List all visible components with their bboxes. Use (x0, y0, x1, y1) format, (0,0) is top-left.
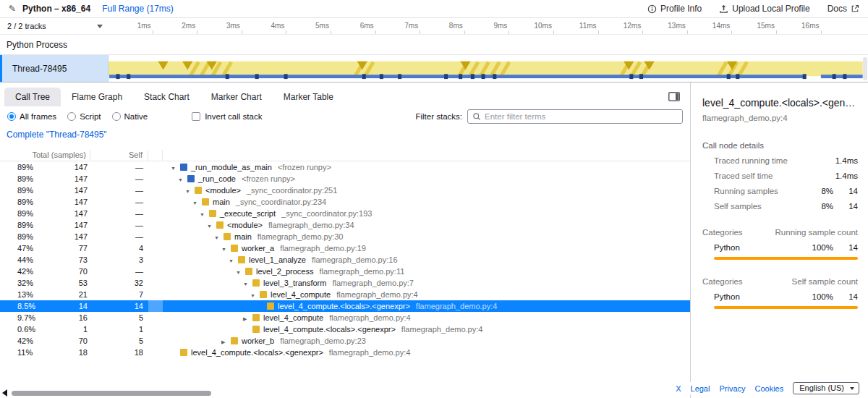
ruler-tick: 4ms (242, 18, 287, 34)
table-row[interactable]: 47%774▼worker_aflamegraph_demo.py:19 (0, 242, 690, 254)
table-row[interactable]: 42%705▶worker_bflamegraph_demo.py:23 (0, 335, 690, 347)
invert-call-stack-checkbox[interactable]: Invert call stack (192, 112, 262, 121)
footer: XLegalPrivacyCookies English (US) (676, 382, 859, 394)
thread-activity-graph[interactable] (109, 55, 868, 82)
main-area: Call TreeFlame GraphStack ChartMarker Ch… (0, 82, 868, 398)
expander-collapsed-icon[interactable]: ▶ (221, 336, 231, 347)
footer-link-legal[interactable]: Legal (691, 384, 710, 393)
table-row[interactable]: 89%147—▼_execute_script_sync_coordinator… (0, 208, 690, 219)
footer-link-x[interactable]: X (676, 384, 681, 393)
tab-call-tree[interactable]: Call Tree (4, 88, 61, 106)
ruler-tick-label: 4ms (271, 18, 284, 34)
category-square-icon (252, 326, 260, 333)
col-gap-header (148, 150, 163, 161)
col-tree-header (163, 150, 690, 161)
radio-all-frames[interactable]: All frames (7, 112, 56, 121)
expander-collapsed-icon[interactable]: ▶ (243, 313, 252, 323)
table-row[interactable]: 89%147—▼mainflamegraph_demo.py:30 (0, 231, 690, 242)
sidebar-detail-row: Traced running time1.4ms (702, 156, 858, 165)
edit-profile-name-icon[interactable]: ✎ (9, 4, 16, 14)
expander-expanded-icon[interactable]: ▼ (221, 244, 231, 254)
radio-native[interactable]: Native (112, 112, 148, 121)
ruler-tick-label: 15ms (757, 18, 774, 34)
table-row[interactable]: 89%147—▼<module>flamegraph_demo.py:34 (0, 219, 690, 231)
table-row[interactable]: 89%147—▼main_sync_coordinator.py:234 (0, 196, 690, 208)
upload-profile-button[interactable]: Upload Local Profile (719, 4, 809, 14)
ruler-tick: 6ms (331, 18, 376, 34)
footer-link-privacy[interactable]: Privacy (719, 384, 745, 393)
expander-expanded-icon[interactable]: ▼ (243, 279, 252, 289)
radio-all-frames-label: All frames (20, 112, 56, 121)
tracks-vertical-scrollbar[interactable] (863, 57, 867, 80)
table-row[interactable]: 89%147—▼_run_module_as_main<frozen runpy… (0, 161, 690, 173)
ruler-tick-label: 11ms (579, 18, 597, 34)
table-row[interactable]: 32%5332▼level_3_transformflamegraph_demo… (0, 277, 690, 289)
process-track-header[interactable]: Python Process (0, 35, 868, 55)
sidebar-category-row: Python100%14 (702, 292, 858, 301)
tracks-dropdown[interactable]: 2 / 2 tracks (0, 18, 109, 34)
chevron-down-icon (850, 387, 854, 392)
timeline-ruler[interactable]: 1ms2ms3ms4ms5ms6ms7ms8ms9ms10ms11ms12ms1… (109, 18, 868, 34)
full-range-link[interactable]: Full Range (17ms) (102, 4, 174, 14)
language-select[interactable]: English (US) (793, 382, 859, 394)
ruler-tick: 5ms (286, 18, 331, 34)
radio-script[interactable]: Script (67, 112, 101, 121)
category-bar (714, 257, 858, 260)
table-row[interactable]: 13%217▼level_4_computeflamegraph_demo.py… (0, 289, 690, 300)
ruler-tick: 7ms (376, 18, 421, 34)
expander-expanded-icon[interactable]: ▼ (171, 163, 180, 173)
activity-graph-svg (109, 55, 868, 82)
topbar: ✎ Python – x86_64 Full Range (17ms) Prof… (0, 0, 868, 18)
ruler-tick-label: 6ms (360, 18, 374, 34)
expander-expanded-icon[interactable]: ▼ (178, 174, 187, 185)
expander-expanded-icon[interactable]: ▼ (236, 267, 245, 277)
category-square-icon (252, 314, 260, 321)
footer-link-cookies[interactable]: Cookies (755, 384, 784, 393)
expander-expanded-icon[interactable]: ▼ (185, 186, 195, 196)
expander-expanded-icon[interactable]: ▼ (250, 290, 260, 300)
controls-row: All frames Script Native Invert call sta… (0, 106, 690, 126)
table-row[interactable]: 11%1818level_4_compute.<locals>.<genexpr… (0, 347, 690, 358)
scroll-left-arrow[interactable] (2, 389, 7, 397)
category-square-icon (238, 256, 245, 263)
tab-marker-chart[interactable]: Marker Chart (200, 88, 273, 106)
category-square-icon (187, 175, 195, 182)
table-row[interactable]: 8.5%1414level_4_compute.<locals>.<genexp… (0, 300, 690, 312)
filter-input[interactable] (485, 112, 678, 121)
ruler-tick: 2ms (153, 18, 198, 34)
search-icon (472, 112, 481, 121)
horizontal-scrollbar[interactable] (12, 391, 211, 396)
expander-expanded-icon[interactable]: ▼ (229, 255, 238, 266)
chevron-down-icon (97, 25, 103, 31)
ruler-tick-label: 8ms (449, 18, 463, 34)
table-row[interactable]: 42%70—▼level_2_processflamegraph_demo.py… (0, 266, 690, 277)
expander-expanded-icon[interactable]: ▼ (207, 221, 216, 231)
table-row[interactable]: 89%147—▼_run_code<frozen runpy> (0, 173, 690, 185)
ruler-tick: 9ms (465, 18, 510, 34)
table-row[interactable]: 9.7%165▶level_4_computeflamegraph_demo.p… (0, 312, 690, 323)
sidebar-categories-header: CategoriesSelf sample count (702, 277, 858, 286)
sidebar-toggle-button[interactable] (668, 92, 680, 103)
thread-track-label[interactable]: Thread-78495 (0, 55, 109, 82)
sidebar-detail-row: Self samples8%14 (702, 202, 858, 211)
category-square-icon (209, 210, 216, 217)
category-square-icon (195, 187, 202, 194)
expander-expanded-icon[interactable]: ▼ (200, 209, 209, 219)
table-row[interactable]: 44%733▼level_1_analyzeflamegraph_demo.py… (0, 254, 690, 266)
filter-input-wrapper[interactable] (467, 109, 683, 124)
tab-stack-chart[interactable]: Stack Chart (133, 88, 200, 106)
sidebar-node-location: flamegraph_demo.py:4 (702, 114, 858, 122)
tab-flame-graph[interactable]: Flame Graph (61, 88, 133, 106)
ruler-tick-label: 13ms (668, 18, 685, 34)
profile-info-button[interactable]: Profile Info (647, 4, 702, 14)
table-row[interactable]: 0.6%11level_4_compute.<locals>.<genexpr>… (0, 323, 690, 335)
breadcrumb-root-link[interactable]: Complete "Thread-78495" (7, 130, 107, 140)
sidebar-toggle-icon (668, 92, 680, 101)
expander-expanded-icon[interactable]: ▼ (192, 198, 202, 208)
tab-marker-table[interactable]: Marker Table (273, 88, 344, 106)
ruler-tick: 1ms (109, 18, 153, 34)
expander-expanded-icon[interactable]: ▼ (214, 232, 224, 242)
docs-button[interactable]: Docs (827, 4, 859, 14)
selected-track-accent (0, 55, 2, 82)
table-row[interactable]: 89%147—▼<module>_sync_coordinator.py:251 (0, 185, 690, 196)
